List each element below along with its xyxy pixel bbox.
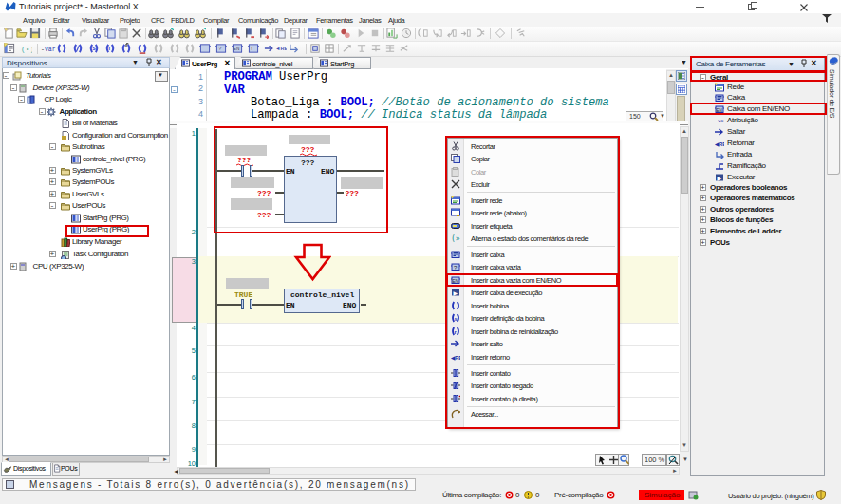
svg-text:(•): (•) (21, 45, 32, 53)
svg-text:-var: -var (715, 118, 724, 123)
svg-text:s: s (92, 45, 96, 51)
svg-text:◄RET: ◄RET (275, 46, 287, 51)
svg-text:◀RET: ◀RET (715, 141, 724, 147)
svg-text:EN: EN (234, 47, 239, 51)
svg-text:?: ? (218, 46, 221, 51)
svg-text:r: r (108, 45, 111, 51)
svg-text:▶: ▶ (718, 176, 722, 181)
